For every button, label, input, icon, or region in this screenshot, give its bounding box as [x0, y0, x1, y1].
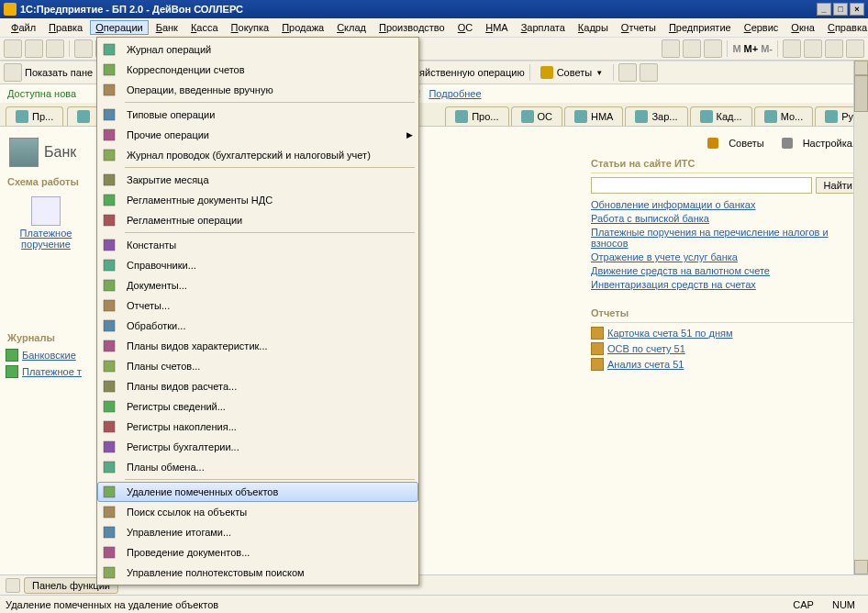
menu-окна[interactable]: Окна: [785, 20, 820, 35]
menu-item[interactable]: Регистры накопления...: [97, 417, 418, 437]
tab-0[interactable]: Пр...: [6, 106, 63, 126]
doc-link-text[interactable]: поручение: [6, 239, 86, 250]
menu-кадры[interactable]: Кадры: [573, 20, 614, 35]
menu-операции[interactable]: Операции: [90, 20, 148, 35]
scroll-thumb[interactable]: [854, 75, 868, 112]
tool-icon[interactable]: [662, 39, 680, 58]
scroll-up-button[interactable]: [854, 61, 868, 75]
reports-section: Отчеты: [591, 304, 861, 323]
menu-ос[interactable]: ОС: [452, 20, 479, 35]
doc-link-text[interactable]: Платежное: [6, 228, 86, 239]
tool-icon[interactable]: [804, 39, 822, 58]
menu-item[interactable]: Справочники...: [97, 255, 418, 275]
tab-5[interactable]: Зар...: [625, 106, 687, 126]
menu-item[interactable]: Отчеты...: [97, 295, 418, 316]
report-item[interactable]: Анализ счета 51: [591, 358, 861, 371]
tab-3[interactable]: ОС: [511, 106, 563, 126]
tool-new-icon[interactable]: [4, 39, 22, 58]
menu-item[interactable]: Управление полнотекстовым поиском: [97, 563, 418, 583]
menu-item[interactable]: Константы: [97, 235, 418, 255]
its-link[interactable]: Работа с выпиской банка: [591, 213, 861, 224]
payment-order-link[interactable]: Платежное поручение: [6, 196, 86, 250]
notice-link[interactable]: Подробнее: [428, 88, 481, 99]
settings-action[interactable]: Настройка...: [774, 138, 861, 149]
mminus-button[interactable]: M-: [761, 43, 773, 54]
minimize-button[interactable]: _: [817, 3, 831, 16]
menu-item[interactable]: Журнал операций: [97, 39, 418, 60]
menu-item[interactable]: Проведение документов...: [97, 542, 418, 563]
its-link[interactable]: Инвентаризация средств на счетах: [591, 279, 861, 290]
menu-item[interactable]: Планы видов характеристик...: [97, 336, 418, 356]
menu-банк[interactable]: Банк: [150, 20, 184, 35]
menu-item[interactable]: Журнал проводок (бухгалтерский и налогов…: [97, 145, 418, 165]
menu-покупка[interactable]: Покупка: [226, 20, 275, 35]
tool-help-icon[interactable]: [704, 39, 722, 58]
tool-open-icon[interactable]: [25, 39, 43, 58]
menu-item[interactable]: Регистры бухгалтерии...: [97, 437, 418, 457]
its-link[interactable]: Отражение в учете услуг банка: [591, 251, 861, 262]
menu-item[interactable]: Операции, введенные вручную: [97, 80, 418, 100]
report-item[interactable]: ОСВ по счету 51: [591, 342, 861, 355]
its-link[interactable]: Движение средств на валютном счете: [591, 265, 861, 276]
menu-файл[interactable]: Файл: [6, 20, 41, 35]
tool-icon[interactable]: [618, 63, 637, 82]
tab-6[interactable]: Кад...: [690, 106, 752, 126]
report-item[interactable]: Карточка счета 51 по дням: [591, 327, 861, 340]
menu-item[interactable]: Документы...: [97, 275, 418, 295]
menu-зарплата[interactable]: Зарплата: [516, 20, 571, 35]
menu-сервис[interactable]: Сервис: [739, 20, 785, 35]
menu-item[interactable]: Регламентные документы НДС: [97, 190, 418, 210]
tool-cut-icon[interactable]: [74, 39, 93, 58]
scroll-down-button[interactable]: [854, 560, 868, 574]
tab-4[interactable]: НМА: [564, 106, 623, 126]
menu-item[interactable]: Управление итогами...: [97, 522, 418, 542]
close-button[interactable]: ×: [850, 3, 864, 16]
menu-нма[interactable]: НМА: [480, 20, 513, 35]
tool-icon[interactable]: [4, 63, 22, 82]
menu-item[interactable]: Поиск ссылок на объекты: [97, 502, 418, 522]
tool-calc-icon[interactable]: [783, 39, 801, 58]
menu-item[interactable]: Регистры сведений...: [97, 396, 418, 417]
menu-item[interactable]: Удаление помеченных объектов: [97, 482, 418, 502]
search-input[interactable]: [591, 177, 812, 194]
maximize-button[interactable]: □: [833, 3, 848, 16]
tool-icon[interactable]: [640, 63, 658, 82]
menu-продажа[interactable]: Продажа: [276, 20, 329, 35]
menu-item[interactable]: Корреспонденции счетов: [97, 60, 418, 80]
menu-предприятие[interactable]: Предприятие: [663, 20, 737, 35]
menu-item[interactable]: Планы обмена...: [97, 457, 418, 477]
hoz-op-label[interactable]: яйственную операцию: [419, 67, 525, 78]
tab-2[interactable]: Про...: [445, 106, 508, 126]
tool-icon[interactable]: [683, 39, 701, 58]
mplus-button[interactable]: M+: [744, 43, 759, 54]
menu-item[interactable]: Планы видов расчета...: [97, 376, 418, 396]
its-link[interactable]: Обновление информации о банках: [591, 199, 861, 210]
menu-item[interactable]: Закрытие месяца: [97, 170, 418, 190]
menu-item[interactable]: Прочие операции▶: [97, 125, 418, 145]
menu-item[interactable]: Планы счетов...: [97, 356, 418, 376]
menu-item[interactable]: Регламентные операции: [97, 210, 418, 230]
show-panel-label[interactable]: Показать пане: [25, 67, 93, 78]
menu-касса[interactable]: Касса: [185, 20, 224, 35]
menu-item-icon: [101, 41, 117, 58]
tab-7[interactable]: Мо...: [754, 106, 814, 126]
scrollbar[interactable]: [853, 61, 868, 574]
tool-save-icon[interactable]: [46, 39, 64, 58]
menu-отчеты[interactable]: Отчеты: [616, 20, 662, 35]
journal-item[interactable]: Платежное т: [6, 363, 86, 380]
tool-icon[interactable]: [6, 578, 20, 593]
svg-rect-20: [104, 462, 115, 473]
menu-item[interactable]: Типовые операции: [97, 105, 418, 125]
tips-button[interactable]: Советы▼: [535, 64, 608, 81]
menu-склад[interactable]: Склад: [331, 20, 372, 35]
tips-action[interactable]: Советы: [700, 138, 763, 149]
menu-производство[interactable]: Производство: [373, 20, 451, 35]
journal-item[interactable]: Банковские: [6, 347, 86, 363]
tool-icon[interactable]: [846, 39, 864, 58]
menu-правка[interactable]: Правка: [43, 20, 88, 35]
tool-icon[interactable]: [825, 39, 843, 58]
menu-item[interactable]: Обработки...: [97, 316, 418, 336]
menu-справка[interactable]: Справка: [822, 20, 868, 35]
menu-item-label: Журнал операций: [127, 44, 211, 55]
its-link[interactable]: Платежные поручения на перечисление нало…: [591, 227, 861, 249]
